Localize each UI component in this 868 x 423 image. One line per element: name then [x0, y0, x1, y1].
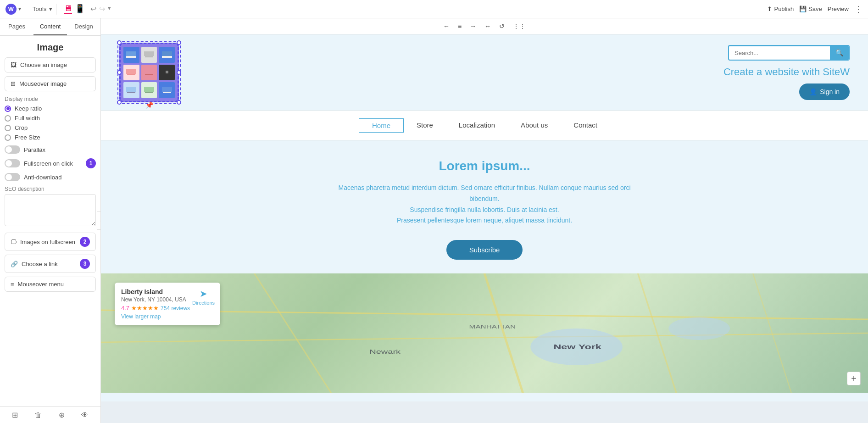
publish-button[interactable]: ⬆ Publish: [767, 6, 794, 12]
svg-text:Newark: Newark: [369, 349, 401, 355]
nav-item-contact[interactable]: Contact: [561, 118, 610, 133]
tab-content[interactable]: Content: [33, 18, 67, 35]
add-element-icon[interactable]: ⊞: [12, 411, 18, 419]
search-input[interactable]: [729, 47, 830, 59]
svg-rect-5: [162, 56, 172, 58]
visibility-icon[interactable]: 👁: [81, 411, 89, 419]
redo-icon[interactable]: ↪: [99, 5, 105, 13]
svg-rect-13: [127, 92, 135, 93]
undo-icon[interactable]: ↩: [90, 5, 96, 13]
history-more-icon[interactable]: ▾: [108, 5, 111, 13]
align-center-icon[interactable]: ≡: [456, 21, 464, 31]
svg-text:New York: New York: [553, 344, 601, 351]
sidebar-scroll: 🖼 Choose an image ⊞ Mouseover image Disp…: [0, 57, 100, 406]
place-address: New York, NY 10004, USA: [121, 296, 190, 303]
nav-item-store[interactable]: Store: [404, 118, 446, 133]
align-left-icon[interactable]: ←: [441, 21, 452, 31]
nav-item-home[interactable]: Home: [359, 118, 404, 133]
menu-icon: ≡: [11, 281, 14, 288]
subscribe-button[interactable]: Subscribe: [446, 240, 523, 260]
svg-line-20: [254, 273, 331, 393]
view-larger-map-link[interactable]: View larger map: [121, 313, 190, 320]
logo-cell-2: [141, 47, 157, 63]
link-icon: 🔗: [11, 261, 18, 267]
images-fullscreen-button[interactable]: 🖵 Images on fullscreen 2: [5, 233, 96, 251]
save-button[interactable]: 💾 Save: [799, 6, 822, 12]
layers-icon[interactable]: ⊕: [59, 411, 65, 419]
preview-header: 📌 🔍 Create a website with SiteW 👤 Sign i…: [101, 34, 868, 111]
resize-handle-tl[interactable]: [117, 40, 122, 45]
resize-handle-ml[interactable]: [117, 70, 122, 75]
delete-icon[interactable]: 🗑: [34, 411, 42, 419]
choose-image-button[interactable]: 🖼 Choose an image: [5, 57, 96, 72]
images-fullscreen-badge: 2: [80, 237, 90, 247]
logo-cell-9: [159, 82, 175, 98]
resize-handle-bl[interactable]: [117, 100, 122, 105]
mobile-icon[interactable]: 📱: [75, 4, 85, 14]
save-icon: 💾: [799, 6, 807, 12]
svg-rect-7: [127, 74, 135, 75]
tools-chevron: ▾: [49, 6, 52, 12]
top-bar: W ▾ Tools ▾ 🖥 📱 ↩ ↪ ▾ ⬆ Publish 💾 Save P…: [0, 0, 868, 18]
fullscreen-row: Fullscreen on click 1: [5, 158, 96, 168]
svg-rect-1: [126, 56, 136, 58]
resize-handle-mr[interactable]: [177, 70, 181, 75]
logo-cell-5: [141, 65, 157, 81]
logo-chevron[interactable]: ▾: [18, 6, 21, 12]
search-button[interactable]: 🔍: [830, 46, 849, 60]
directions-button[interactable]: ➤ Directions: [192, 288, 215, 306]
choose-link-badge: 3: [80, 259, 90, 269]
svg-rect-4: [162, 51, 172, 56]
tab-design[interactable]: Design: [67, 18, 100, 35]
svg-line-19: [101, 333, 868, 342]
align-right-icon[interactable]: →: [467, 21, 479, 31]
tools-menu[interactable]: Tools ▾: [33, 6, 52, 12]
logo[interactable]: W ▾: [6, 4, 21, 15]
radio-crop[interactable]: Crop: [5, 124, 96, 131]
hero-text: Macenas pharetra metud interdum dictum. …: [324, 183, 645, 226]
nav-item-about[interactable]: About us: [508, 118, 561, 133]
map-zoom-plus-button[interactable]: +: [847, 372, 861, 385]
place-name: Liberty Island: [121, 288, 190, 295]
logo-cell-4: [123, 65, 139, 81]
fullscreen-badge: 1: [86, 158, 96, 168]
desktop-icon[interactable]: 🖥: [64, 4, 72, 14]
preview-button[interactable]: Preview: [828, 6, 849, 12]
svg-rect-17: [163, 92, 171, 93]
fullscreen-toggle[interactable]: [5, 159, 20, 167]
reset-icon[interactable]: ↺: [497, 21, 507, 31]
mouseover-menu-button[interactable]: ≡ Mouseover menu: [5, 277, 96, 292]
logo-cell-3: [159, 47, 175, 63]
choose-link-button[interactable]: 🔗 Choose a link 3: [5, 255, 96, 273]
seo-textarea[interactable]: [5, 194, 96, 226]
sidebar-title: Image: [0, 36, 100, 57]
image-icon: 🖼: [11, 61, 17, 68]
anti-download-toggle[interactable]: [5, 173, 20, 181]
svg-point-25: [668, 317, 730, 340]
map-popup: Liberty Island New York, NY 10004, USA 4…: [115, 283, 220, 325]
drag-icon[interactable]: ⋮⋮: [511, 21, 528, 31]
sep1: [25, 4, 25, 15]
radio-full-width[interactable]: Full width: [5, 115, 96, 122]
logo-image-element[interactable]: 📌: [119, 43, 179, 102]
svg-line-21: [484, 273, 523, 393]
more-options-button[interactable]: ⋮: [854, 4, 862, 14]
sign-in-button[interactable]: 👤 Sign in: [799, 83, 850, 100]
resize-handle-tr[interactable]: [177, 40, 181, 45]
parallax-toggle[interactable]: [5, 145, 20, 154]
svg-rect-15: [145, 92, 153, 93]
expand-icon[interactable]: ↔: [482, 21, 493, 31]
svg-rect-8: [144, 69, 154, 74]
canvas-toolbar: ← ≡ → ↔ ↺ ⋮⋮: [101, 18, 868, 34]
nav-item-localization[interactable]: Localization: [446, 118, 508, 133]
resize-handle-br[interactable]: [177, 100, 181, 105]
svg-rect-9: [145, 74, 153, 75]
collapse-handle[interactable]: ‹: [97, 212, 101, 230]
logo-w[interactable]: W: [6, 4, 17, 15]
radio-free-size[interactable]: Free Size: [5, 134, 96, 141]
tab-pages[interactable]: Pages: [0, 18, 33, 35]
parallax-row: Parallax: [5, 145, 96, 154]
place-rating: 4.7 ★★★★★ 754 reviews: [121, 305, 190, 312]
mouseover-image-button[interactable]: ⊞ Mouseover image: [5, 76, 96, 91]
radio-keep-ratio[interactable]: Keep ratio: [5, 105, 96, 112]
